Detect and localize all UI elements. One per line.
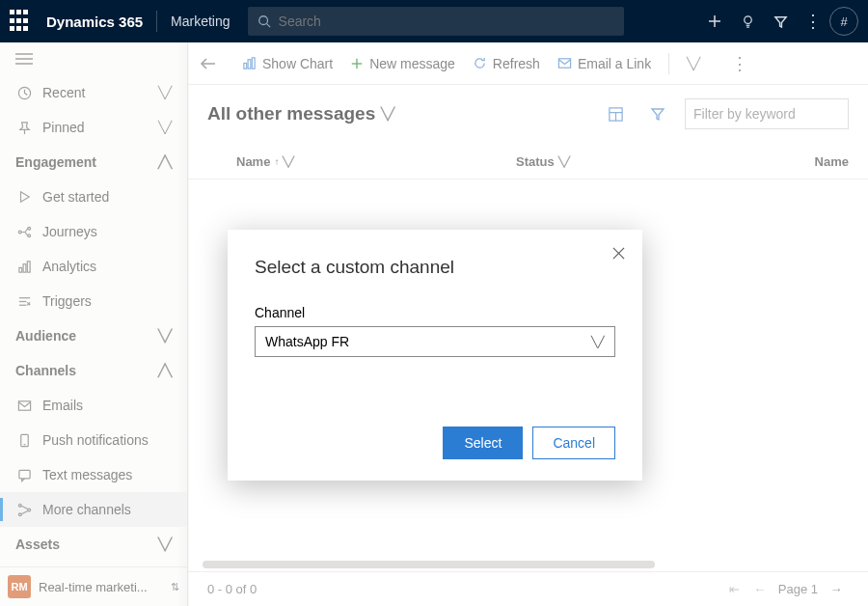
brand-separator	[156, 11, 157, 32]
app-name[interactable]: Marketing	[171, 14, 230, 29]
lightbulb-icon[interactable]	[731, 5, 764, 38]
channel-selected-value: WhatsApp FR	[265, 334, 349, 349]
overflow-icon[interactable]: ⋮	[797, 5, 829, 38]
select-channel-dialog: Select a custom channel Channel WhatsApp…	[228, 230, 642, 481]
cancel-button[interactable]: Cancel	[532, 427, 615, 459]
avatar[interactable]: #	[829, 7, 858, 36]
brand-title: Dynamics 365	[46, 14, 143, 30]
global-search[interactable]	[248, 7, 624, 36]
chevron-down-icon: ╲╱	[591, 336, 605, 348]
select-button[interactable]: Select	[443, 427, 523, 459]
add-icon[interactable]	[698, 5, 731, 38]
filter-icon[interactable]	[764, 5, 797, 38]
svg-point-4	[744, 15, 751, 23]
top-nav-bar: Dynamics 365 Marketing ⋮ #	[0, 0, 868, 42]
search-input[interactable]	[279, 14, 614, 29]
app-launcher-icon[interactable]	[10, 10, 33, 33]
channel-field-label: Channel	[255, 305, 615, 320]
svg-line-1	[266, 24, 270, 28]
channel-dropdown[interactable]: WhatsApp FR ╲╱	[255, 326, 615, 357]
close-icon[interactable]	[612, 247, 625, 260]
dialog-title: Select a custom channel	[255, 257, 615, 278]
search-icon	[258, 14, 271, 28]
svg-point-0	[258, 16, 267, 25]
